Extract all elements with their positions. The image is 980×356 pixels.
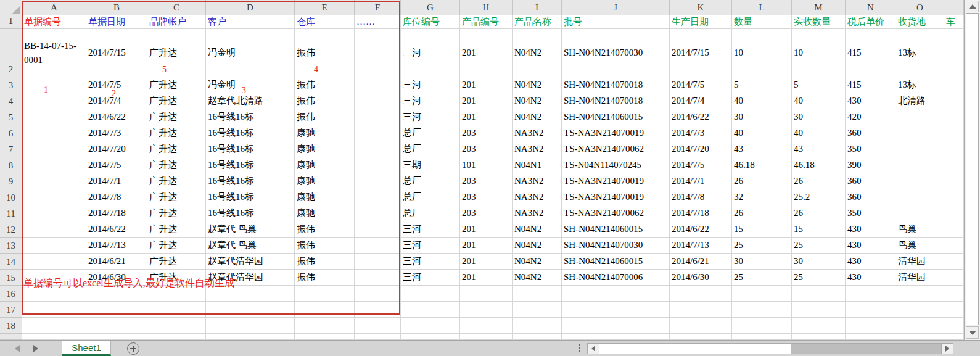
column-header[interactable]: K [670,0,732,15]
cell[interactable] [86,334,147,340]
cell[interactable]: 16号线16标 [206,205,295,221]
column-header[interactable]: L [732,0,792,15]
cell[interactable] [732,334,792,340]
cell[interactable]: N04N2 [513,109,562,125]
cell[interactable]: 2014/7/13 [86,238,147,254]
cell[interactable]: SH-N04N214070018 [562,77,670,93]
cell[interactable]: 5 [792,77,846,93]
cell[interactable]: NA3N2 [513,205,562,221]
cell[interactable]: TS-NA3N214070062 [562,205,670,221]
cell[interactable] [944,286,964,302]
cell[interactable]: TS-NA3N214070062 [562,141,670,157]
cell[interactable]: 420 [846,109,896,125]
cell[interactable]: 30 [732,109,792,125]
cell[interactable] [846,318,896,334]
cell[interactable]: 430 [846,221,896,238]
row-header[interactable]: 12 [0,221,22,238]
cell[interactable] [22,157,86,173]
cell[interactable] [22,318,86,334]
cell[interactable]: 2014/7/3 [670,125,732,141]
cell[interactable]: 康驰 [295,157,355,173]
cell[interactable]: 430 [846,254,896,270]
cell[interactable]: 2014/6/30 [670,270,732,286]
cell[interactable]: 鸟巢 [896,221,944,238]
cell[interactable]: N04N2 [513,254,562,270]
vertical-scrollbar[interactable] [964,0,980,340]
cell[interactable]: 415 [846,29,896,77]
cell[interactable] [513,318,562,334]
cell[interactable] [944,157,964,173]
cell[interactable]: 2014/6/21 [670,254,732,270]
cell[interactable]: 203 [460,125,513,141]
cell[interactable]: 振伟 [295,221,355,238]
cell[interactable] [944,93,964,109]
cell[interactable]: 广升达 [147,77,206,93]
field-header-cell[interactable]: 车 [944,15,964,29]
column-header[interactable]: E [295,0,355,15]
cell[interactable]: 三河 [401,109,460,125]
row-header[interactable]: 6 [0,125,22,141]
cell[interactable] [86,318,147,334]
row-header[interactable]: 18 [0,318,22,334]
field-header-cell[interactable]: 税后单价 [846,15,896,29]
cell[interactable]: 2014/7/4 [670,93,732,109]
cell[interactable]: 2014/7/18 [670,205,732,221]
cell[interactable] [460,302,513,318]
field-header-cell[interactable]: 单据日期 [86,15,147,29]
field-header-cell[interactable]: 仓库 [295,15,355,29]
cell[interactable] [732,286,792,302]
cell[interactable] [355,254,401,270]
scroll-right-button[interactable] [941,344,953,354]
tab-scrollbar-splitter-icon[interactable] [578,344,580,353]
scroll-down-button[interactable] [966,326,979,339]
cell[interactable] [206,302,295,318]
cell[interactable] [355,205,401,221]
cell[interactable]: 广升达 [147,29,206,77]
cell[interactable] [22,173,86,189]
cell[interactable]: N04N2 [513,221,562,238]
cell[interactable]: 振伟 [295,254,355,270]
row-header[interactable]: 10 [0,189,22,205]
row-header[interactable]: 13 [0,238,22,254]
cell[interactable]: N04N2 [513,93,562,109]
cell[interactable]: 赵章代 鸟巢 [206,221,295,238]
cell[interactable]: NA3N2 [513,125,562,141]
select-all-corner[interactable] [0,0,22,15]
cell[interactable] [944,77,964,93]
cell[interactable]: 2014/6/22 [670,221,732,238]
cell[interactable]: 2014/7/5 [86,157,147,173]
cell[interactable] [22,77,86,93]
cell[interactable]: 25 [792,270,846,286]
cell[interactable]: 101 [460,157,513,173]
cell[interactable]: 26 [792,205,846,221]
cell[interactable]: 三河 [401,77,460,93]
cell[interactable] [401,286,460,302]
cell[interactable] [792,318,846,334]
cell[interactable] [732,302,792,318]
cell[interactable] [944,334,964,340]
cell[interactable] [355,238,401,254]
cell[interactable]: 30 [792,254,846,270]
cell[interactable]: SH-N04N214060015 [562,221,670,238]
cell[interactable] [22,93,86,109]
field-header-cell[interactable]: 实收数量 [792,15,846,29]
cell[interactable]: 2014/6/22 [86,221,147,238]
cell[interactable]: 鸟巢 [896,238,944,254]
cell[interactable]: 430 [846,270,896,286]
cell[interactable]: 2014/6/21 [86,254,147,270]
row-header[interactable]: 15 [0,270,22,286]
cell[interactable]: 201 [460,109,513,125]
cell[interactable]: 广升达 [147,125,206,141]
cell[interactable]: SH-N04N214070030 [562,29,670,77]
cell[interactable]: 冯金明 [206,77,295,93]
cell[interactable]: 冯金明 [206,29,295,77]
cell[interactable]: 2014/7/8 [670,189,732,205]
cell[interactable] [355,29,401,77]
cell[interactable] [896,318,944,334]
cell[interactable] [401,302,460,318]
column-header[interactable]: M [792,0,846,15]
column-header[interactable]: G [401,0,460,15]
row-header[interactable]: 11 [0,205,22,221]
cell[interactable]: 203 [460,141,513,157]
cell[interactable]: 390 [846,157,896,173]
